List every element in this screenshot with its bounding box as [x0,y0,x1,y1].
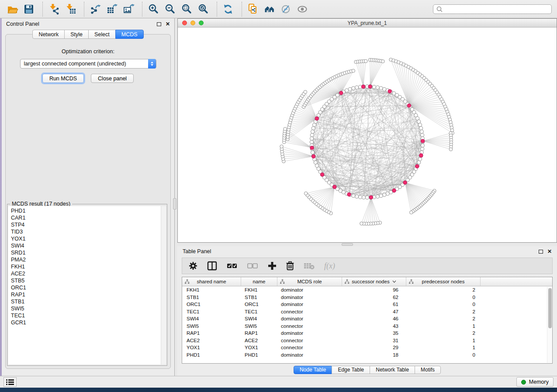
horizontal-splitter-handle[interactable] [342,243,353,246]
zoom-out-button[interactable] [163,2,177,16]
mcds-result-item[interactable]: STB5 [11,277,161,284]
export-image-button[interactable] [121,2,135,16]
table-cell[interactable]: dominator [277,330,342,336]
table-cell[interactable]: ACE2 [241,338,277,343]
zoom-in-button[interactable] [146,2,160,16]
table-cell[interactable]: 43 [342,323,406,329]
table-cell[interactable]: STB1 [182,295,241,300]
table-scrollbar-thumb[interactable] [548,288,552,328]
memory-button[interactable]: Memory [516,377,554,387]
table-cell[interactable]: dominator [277,302,342,307]
table-cell[interactable]: dominator [277,316,342,321]
table-cell[interactable]: 29 [342,345,406,350]
table-cell[interactable]: YOX1 [241,345,277,350]
table-row[interactable]: STB1STB1dominator620 [182,294,552,301]
table-row[interactable]: ORC1ORC1dominator610 [182,301,552,308]
mcds-result-item[interactable]: RAP1 [11,291,161,298]
show-panels-button[interactable] [296,2,310,16]
search-input[interactable] [443,6,549,12]
table-cell[interactable]: connector [277,345,342,350]
column-header-shared-name[interactable]: shared name [182,277,241,286]
import-network-button[interactable] [47,2,61,16]
table-cell[interactable]: 0 [406,295,481,300]
table-cell[interactable]: FKH1 [182,287,241,292]
mcds-result-item[interactable]: STP4 [11,221,161,228]
table-cell[interactable]: TEC1 [241,309,277,314]
zoom-selected-button[interactable] [196,2,210,16]
network-titlebar[interactable]: YPA_prune.txt_1 [178,19,557,28]
table-cell[interactable]: 0 [406,302,481,307]
table-cell[interactable]: 1 [406,345,481,350]
tab-select[interactable]: Select [88,30,116,39]
mcds-result-item[interactable]: PHD1 [11,207,161,214]
table-cell[interactable]: connector [277,309,342,314]
table-cell[interactable]: SWI5 [182,323,241,329]
table-cell[interactable]: SWI4 [182,316,241,321]
table-cell[interactable]: RAP1 [241,330,277,336]
tab-network[interactable]: Network [32,30,65,39]
mcds-result-item[interactable]: ORC1 [11,284,161,291]
table-row[interactable]: RAP1RAP1dominator352 [182,330,552,337]
table-cell[interactable]: dominator [277,295,342,300]
table-cell[interactable]: SWI4 [241,316,277,321]
delete-column-button[interactable] [286,261,294,271]
table-cell[interactable]: 2 [406,309,481,314]
network-canvas[interactable] [178,28,557,242]
column-header-mcds-role[interactable]: MCDS role [277,277,342,286]
run-mcds-button[interactable]: Run MCDS [42,74,84,83]
refresh-button[interactable] [221,2,235,16]
network-graph[interactable] [178,28,557,242]
table-row[interactable]: ACE2ACE2connector311 [182,337,552,344]
show-columns-button[interactable] [207,261,218,271]
tab-motifs[interactable]: Motifs [415,366,441,374]
close-control-panel-button[interactable]: ✕ [166,21,170,27]
mcds-result-item[interactable]: STB1 [11,298,161,305]
table-cell[interactable]: SWI5 [241,323,277,329]
table-cell[interactable]: connector [277,338,342,343]
table-cell[interactable]: 2 [406,287,481,292]
table-cell[interactable]: connector [277,323,342,329]
table-cell[interactable]: 46 [342,316,406,321]
table-cell[interactable]: STB1 [241,295,277,300]
minimize-window-icon[interactable] [190,21,195,25]
mcds-result-item[interactable]: SRD1 [11,249,161,256]
table-row[interactable]: SWI5SWI5connector431 [182,323,552,330]
table-cell[interactable]: YOX1 [182,345,241,350]
table-cell[interactable]: 2 [406,330,481,336]
table-cell[interactable]: TEC1 [182,309,241,314]
table-cell[interactable]: RAP1 [182,330,241,336]
table-row[interactable]: YOX1YOX1connector291 [182,344,552,351]
mcds-result-item[interactable]: YOX1 [11,235,161,242]
table-cell[interactable]: 35 [342,330,406,336]
table-row[interactable]: SWI4SWI4dominator462 [182,315,552,323]
table-scrollbar[interactable] [547,287,552,363]
table-cell[interactable]: 47 [342,309,406,314]
tab-style[interactable]: Style [64,30,89,39]
export-network-button[interactable] [88,2,102,16]
table-row[interactable]: PHD1PHD1dominator180 [182,351,552,359]
import-table-button[interactable] [63,2,77,16]
table-row[interactable]: FKH1FKH1dominator962 [182,286,552,294]
tab-mcds[interactable]: MCDS [115,30,144,39]
table-cell[interactable]: FKH1 [241,287,277,292]
mcds-result-item[interactable]: GCR1 [11,319,161,326]
create-column-button[interactable] [268,261,277,270]
deselect-all-button[interactable] [247,262,259,270]
column-header-predecessor-nodes[interactable]: predecessor nodes [406,277,481,286]
vertical-splitter-handle[interactable] [173,198,176,210]
table-cell[interactable]: dominator [277,287,342,292]
open-session-button[interactable] [246,2,260,16]
task-history-button[interactable] [3,377,17,387]
table-cell[interactable]: ORC1 [182,302,241,307]
mcds-result-item[interactable]: TID3 [11,228,161,235]
mcds-result-item[interactable]: SWI5 [11,305,161,312]
table-cell[interactable]: 2 [406,316,481,321]
table-cell[interactable]: PHD1 [241,352,277,358]
table-cell[interactable]: 0 [406,352,481,358]
close-panel-button[interactable]: Close panel [91,74,134,83]
mcds-result-item[interactable]: ACE2 [11,270,161,277]
column-header-name[interactable]: name [241,277,277,286]
function-builder-button[interactable]: f(x) [324,261,335,271]
table-cell[interactable]: 61 [342,302,406,307]
mcds-result-scrollbar[interactable] [161,206,166,364]
